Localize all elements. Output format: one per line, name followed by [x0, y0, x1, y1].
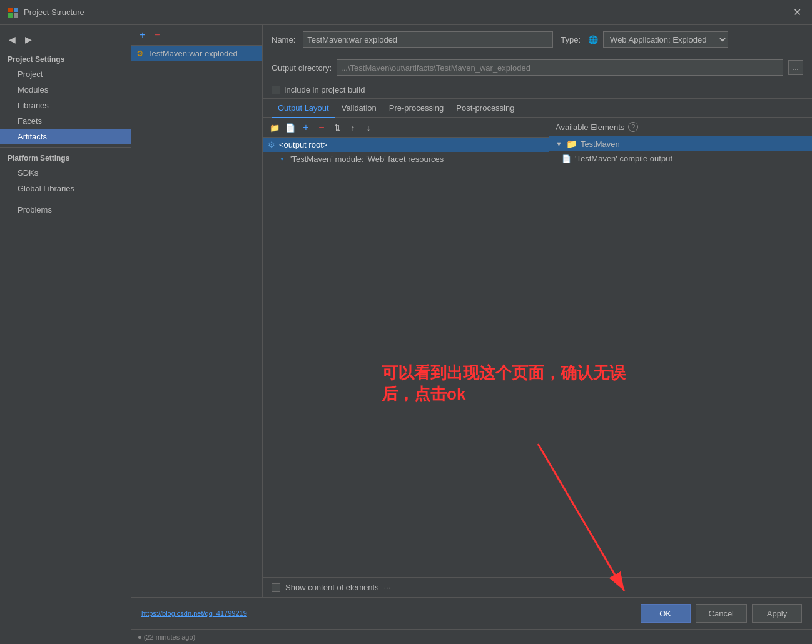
project-structure-dialog: Project Structure ✕ ◀ ▶ Project Settings…	[0, 0, 812, 644]
output-dir-input[interactable]	[337, 59, 783, 76]
artifact-item-label: TestMaven:war exploded	[148, 49, 238, 58]
layout-folder-btn[interactable]: 📁	[268, 121, 282, 134]
main-content: ◀ ▶ Project Settings Project Modules Lib…	[0, 25, 812, 644]
avail-folder-icon: 📁	[566, 139, 577, 149]
available-elements-title: Available Elements	[556, 123, 624, 132]
sidebar-divider	[0, 147, 131, 148]
tab-post-processing[interactable]: Post-processing	[450, 99, 520, 118]
forward-button[interactable]: ▶	[21, 33, 35, 46]
cancel-button[interactable]: Cancel	[696, 604, 747, 623]
ok-button[interactable]: OK	[641, 604, 691, 623]
middle-right: + − ⚙ TestMaven:war exploded Name: Type:	[131, 25, 812, 597]
svg-rect-1	[14, 8, 18, 12]
sidebar-divider-2	[0, 199, 131, 199]
tab-output-layout[interactable]: Output Layout	[272, 99, 335, 118]
layout-file-btn[interactable]: 📄	[283, 121, 297, 134]
artifact-list-item[interactable]: ⚙ TestMaven:war exploded	[131, 46, 262, 61]
type-icon: 🌐	[588, 35, 598, 44]
include-build-label: Include in project build	[284, 85, 365, 94]
artifact-list-toolbar: + −	[131, 25, 262, 46]
avail-tree-arrow: ▼	[556, 140, 562, 148]
project-settings-header: Project Settings	[0, 51, 131, 66]
sidebar-item-sdks[interactable]: SDKs	[0, 165, 131, 181]
sidebar-item-modules[interactable]: Modules	[0, 82, 131, 98]
sidebar-item-artifacts[interactable]: Artifacts	[0, 129, 131, 144]
layout-area: 📁 📄 + − ⇅ ↑ ↓ ⚙ <ou	[263, 118, 812, 577]
layout-add-btn[interactable]: +	[299, 121, 313, 134]
layout-remove-btn[interactable]: −	[315, 121, 328, 134]
tab-validation[interactable]: Validation	[335, 99, 383, 118]
add-artifact-button[interactable]: +	[136, 29, 149, 41]
svg-rect-0	[8, 8, 13, 12]
svg-rect-2	[8, 13, 13, 18]
type-label: Type:	[561, 35, 581, 44]
type-select[interactable]: Web Application: Exploded	[603, 31, 728, 48]
remove-artifact-button[interactable]: −	[151, 29, 163, 41]
avail-file-icon: 📄	[562, 154, 571, 163]
layout-tree: ⚙ <output root> 🔹 'TestMaven' module: 'W…	[263, 138, 549, 577]
layout-sort-btn[interactable]: ⇅	[330, 121, 344, 134]
available-elements-panel: Available Elements ? ▼ 📁 TestMaven	[549, 118, 812, 577]
tree-item-facet-resources[interactable]: 🔹 'TestMaven' module: 'Web' facet resour…	[263, 152, 549, 166]
app-icon	[8, 7, 19, 18]
sidebar-item-problems[interactable]: Problems	[0, 202, 131, 218]
show-content-checkbox[interactable]	[272, 583, 280, 592]
show-content-more[interactable]: ···	[384, 583, 391, 592]
layout-down-btn[interactable]: ↓	[362, 121, 375, 134]
show-content-label: Show content of elements	[285, 583, 379, 592]
nav-toolbar: ◀ ▶	[0, 30, 131, 51]
output-root-icon: ⚙	[268, 140, 275, 149]
output-dir-row: Output directory: ...	[263, 54, 812, 81]
detail-panel: Name: Type: 🌐 Web Application: Exploded …	[263, 25, 812, 597]
sidebar: ◀ ▶ Project Settings Project Modules Lib…	[0, 25, 131, 644]
available-elements-header: Available Elements ?	[549, 118, 812, 136]
tree-item-output-root[interactable]: ⚙ <output root>	[263, 138, 549, 152]
bottom-bar: https://blog.csdn.net/qq_41799219 OK Can…	[131, 597, 812, 629]
type-select-container: 🌐 Web Application: Exploded	[588, 31, 728, 48]
csdn-link[interactable]: https://blog.csdn.net/qq_41799219	[141, 610, 247, 617]
svg-rect-3	[14, 13, 18, 18]
browse-button[interactable]: ...	[788, 60, 803, 75]
include-build-checkbox[interactable]	[272, 86, 280, 94]
sidebar-item-facets[interactable]: Facets	[0, 113, 131, 129]
apply-button[interactable]: Apply	[752, 604, 802, 623]
include-build-row: Include in project build	[263, 81, 812, 99]
name-label: Name:	[272, 35, 295, 44]
close-button[interactable]: ✕	[789, 5, 804, 20]
status-bar: ● (22 minutes ago)	[131, 629, 812, 644]
status-text: ● (22 minutes ago)	[138, 633, 195, 641]
show-content-row: Show content of elements ···	[263, 577, 812, 597]
available-tree: ▼ 📁 TestMaven 📄 'TestMaven' compile outp…	[549, 136, 812, 577]
back-button[interactable]: ◀	[5, 33, 19, 46]
name-type-row: Name: Type: 🌐 Web Application: Exploded	[263, 25, 812, 54]
platform-settings-header: Platform Settings	[0, 150, 131, 165]
name-input[interactable]	[303, 31, 553, 48]
tabs-bar: Output Layout Validation Pre-processing …	[263, 99, 812, 118]
title-bar: Project Structure ✕	[0, 0, 812, 25]
layout-toolbar: 📁 📄 + − ⇅ ↑ ↓	[263, 118, 549, 138]
artifact-icon: ⚙	[136, 49, 144, 58]
sidebar-item-global-libraries[interactable]: Global Libraries	[0, 181, 131, 196]
dialog-title: Project Structure	[24, 8, 789, 17]
artifact-list: + − ⚙ TestMaven:war exploded	[131, 25, 263, 597]
output-layout-left: 📁 📄 + − ⇅ ↑ ↓ ⚙ <ou	[263, 118, 549, 577]
output-dir-label: Output directory:	[272, 63, 332, 73]
layout-up-btn[interactable]: ↑	[346, 121, 360, 134]
avail-item-testmaven[interactable]: ▼ 📁 TestMaven	[549, 136, 812, 151]
tab-pre-processing[interactable]: Pre-processing	[383, 99, 450, 118]
sidebar-item-project[interactable]: Project	[0, 66, 131, 82]
help-icon[interactable]: ?	[628, 122, 638, 132]
sidebar-item-libraries[interactable]: Libraries	[0, 98, 131, 113]
facet-icon: 🔹	[278, 155, 287, 163]
avail-item-compile-output[interactable]: 📄 'TestMaven' compile output	[549, 151, 812, 166]
